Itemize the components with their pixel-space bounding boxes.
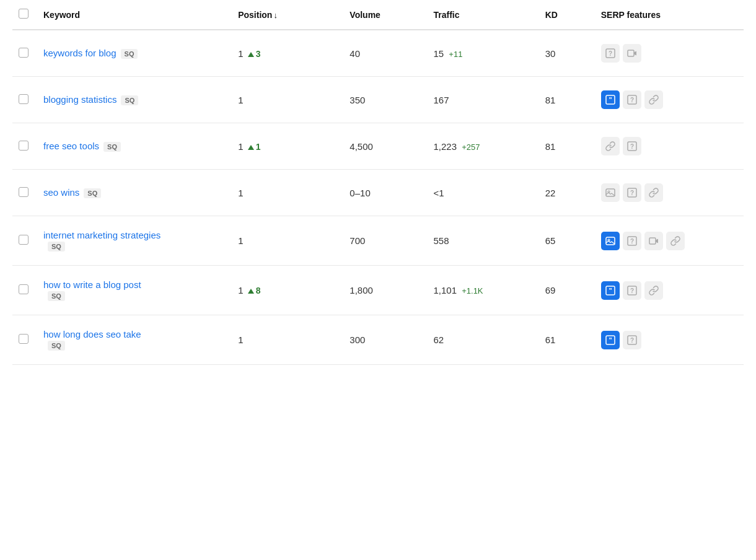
sq-badge: SQ bbox=[121, 49, 138, 59]
question-icon[interactable]: ? bbox=[623, 90, 641, 109]
arrow-up-icon bbox=[248, 52, 254, 57]
table-row: free seo toolsSQ1 14,5001,223 +25781 ? bbox=[12, 123, 744, 170]
traffic-cell: 558 bbox=[427, 216, 538, 266]
row-checkbox[interactable] bbox=[19, 94, 29, 104]
row-checkbox[interactable] bbox=[19, 334, 29, 344]
table-row: keywords for blogSQ1 34015 +1130 ? bbox=[12, 30, 744, 77]
featured-icon[interactable]: " bbox=[601, 281, 620, 300]
video-icon[interactable] bbox=[623, 44, 641, 63]
question-icon[interactable]: ? bbox=[623, 331, 641, 349]
col-header-kd[interactable]: KD bbox=[539, 0, 595, 30]
select-all-header[interactable] bbox=[12, 0, 37, 30]
arrow-up-icon bbox=[248, 289, 254, 294]
sq-badge: SQ bbox=[84, 188, 101, 198]
traffic-change: +11 bbox=[449, 50, 462, 59]
row-checkbox[interactable] bbox=[19, 187, 29, 197]
volume-cell: 40 bbox=[343, 30, 427, 77]
svg-rect-2 bbox=[628, 50, 634, 56]
video-icon[interactable] bbox=[644, 232, 663, 250]
keyword-row1: how to write a blog post bbox=[43, 279, 226, 290]
link-icon[interactable] bbox=[666, 232, 685, 250]
keyword-row1: seo winsSQ bbox=[43, 187, 226, 198]
serp-features-cell: ? bbox=[595, 123, 744, 170]
svg-rect-17 bbox=[649, 238, 656, 244]
keyword-link[interactable]: blogging statistics bbox=[43, 94, 116, 105]
image-icon[interactable] bbox=[601, 232, 620, 250]
row-checkbox[interactable] bbox=[19, 235, 29, 245]
serp-icons-container: " ? bbox=[601, 90, 737, 109]
svg-text:?: ? bbox=[630, 287, 634, 294]
link-icon[interactable] bbox=[644, 281, 663, 300]
row-checkbox-cell bbox=[12, 266, 37, 315]
row-checkbox[interactable] bbox=[19, 141, 29, 151]
sort-arrow-icon: ↓ bbox=[273, 11, 278, 20]
link-icon[interactable] bbox=[601, 137, 620, 155]
svg-point-14 bbox=[608, 239, 610, 241]
question-icon[interactable]: ? bbox=[623, 183, 641, 202]
link-icon[interactable] bbox=[644, 183, 663, 202]
sq-badge: SQ bbox=[48, 242, 65, 252]
table-row: internet marketing strategiesSQ170055865… bbox=[12, 216, 744, 266]
volume-cell: 350 bbox=[343, 77, 427, 123]
row-checkbox[interactable] bbox=[19, 48, 29, 58]
question-icon[interactable]: ? bbox=[623, 281, 641, 300]
keyword-link[interactable]: seo wins bbox=[43, 187, 79, 198]
keyword-cell: how to write a blog postSQ bbox=[37, 266, 232, 315]
arrow-up-icon bbox=[248, 145, 254, 150]
svg-text:?: ? bbox=[630, 238, 634, 245]
traffic-change: +1.1K bbox=[462, 286, 483, 295]
svg-rect-13 bbox=[606, 237, 615, 245]
keyword-row2: SQ bbox=[43, 339, 226, 351]
col-header-keyword: Keyword bbox=[37, 0, 232, 30]
keyword-cell: internet marketing strategiesSQ bbox=[37, 216, 232, 266]
featured-icon[interactable]: " bbox=[601, 90, 620, 109]
position-cell: 1 1 bbox=[232, 123, 343, 170]
svg-text:": " bbox=[609, 96, 612, 103]
table-row: how to write a blog postSQ1 81,8001,101 … bbox=[12, 266, 744, 315]
row-checkbox[interactable] bbox=[19, 284, 29, 294]
serp-features-cell: ? bbox=[595, 170, 744, 216]
image-icon[interactable] bbox=[601, 183, 620, 202]
traffic-cell: <1 bbox=[427, 170, 538, 216]
position-cell: 1 bbox=[232, 216, 343, 266]
keyword-row2: SQ bbox=[43, 290, 226, 301]
kd-cell: 69 bbox=[539, 266, 595, 315]
keyword-link[interactable]: keywords for blog bbox=[43, 48, 116, 58]
col-header-traffic[interactable]: Traffic bbox=[427, 0, 538, 30]
row-checkbox-cell bbox=[12, 216, 37, 266]
keyword-link[interactable]: how to write a blog post bbox=[43, 279, 141, 290]
select-all-checkbox[interactable] bbox=[19, 9, 29, 19]
sq-badge: SQ bbox=[121, 95, 138, 105]
sq-badge: SQ bbox=[48, 341, 65, 351]
keyword-link[interactable]: how long does seo take bbox=[43, 329, 141, 339]
col-header-volume[interactable]: Volume bbox=[343, 0, 427, 30]
keyword-row1: blogging statisticsSQ bbox=[43, 94, 226, 105]
keyword-table: Keyword Position↓ Volume Traffic KD SERP… bbox=[12, 0, 744, 365]
svg-text:?: ? bbox=[630, 337, 634, 344]
question-icon[interactable]: ? bbox=[623, 137, 641, 155]
keyword-link[interactable]: internet marketing strategies bbox=[43, 230, 160, 240]
svg-text:": " bbox=[609, 287, 612, 294]
table-header-row: Keyword Position↓ Volume Traffic KD SERP… bbox=[12, 0, 744, 30]
question-icon[interactable]: ? bbox=[623, 232, 641, 250]
position-cell: 1 bbox=[232, 315, 343, 365]
svg-text:?: ? bbox=[609, 50, 612, 57]
svg-point-10 bbox=[608, 191, 610, 193]
traffic-cell: 1,223 +257 bbox=[427, 123, 538, 170]
kd-cell: 22 bbox=[539, 170, 595, 216]
serp-features-cell: " ? bbox=[595, 77, 744, 123]
volume-cell: 0–10 bbox=[343, 170, 427, 216]
row-checkbox-cell bbox=[12, 30, 37, 77]
svg-text:?: ? bbox=[630, 190, 634, 196]
table-row: seo winsSQ10–10<122 ? bbox=[12, 170, 744, 216]
kd-cell: 30 bbox=[539, 30, 595, 77]
position-change: 3 bbox=[256, 49, 261, 59]
link-icon[interactable] bbox=[644, 90, 663, 109]
traffic-cell: 15 +11 bbox=[427, 30, 538, 77]
question-icon[interactable]: ? bbox=[601, 44, 620, 63]
col-header-serp: SERP features bbox=[595, 0, 744, 30]
serp-features-cell: ? bbox=[595, 216, 744, 266]
col-header-position[interactable]: Position↓ bbox=[232, 0, 343, 30]
keyword-link[interactable]: free seo tools bbox=[43, 141, 99, 151]
featured-icon[interactable]: " bbox=[601, 331, 620, 349]
